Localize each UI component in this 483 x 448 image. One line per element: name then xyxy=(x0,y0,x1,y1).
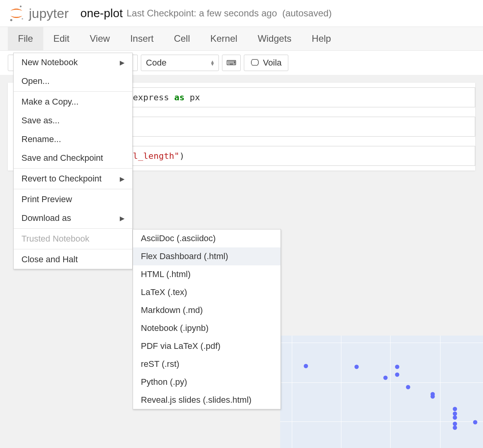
jupyter-logo-icon xyxy=(8,5,25,22)
menu-open[interactable]: Open... xyxy=(14,72,132,91)
chevron-right-icon: ▶ xyxy=(120,59,124,66)
chevron-right-icon: ▶ xyxy=(120,215,124,222)
download-option[interactable]: AsciiDoc (.asciidoc) xyxy=(133,229,281,247)
download-option[interactable]: HTML (.html) xyxy=(133,265,281,283)
select-arrows-icon: ▴▾ xyxy=(211,60,214,66)
menu-make-copy[interactable]: Make a Copy... xyxy=(14,92,132,111)
scatter-point xyxy=(395,373,400,377)
scatter-point xyxy=(406,385,410,389)
chart-grid xyxy=(280,336,483,448)
svg-point-1 xyxy=(10,19,12,21)
menu-separator xyxy=(14,91,132,92)
menu-file[interactable]: File xyxy=(8,27,43,50)
menu-revert-checkpoint[interactable]: Revert to Checkpoint▶ xyxy=(14,169,132,188)
download-option[interactable]: Markdown (.md) xyxy=(133,301,281,319)
menu-download-as[interactable]: Download as▶ xyxy=(14,209,132,228)
logo-text: jupyter xyxy=(29,6,69,21)
menu-edit[interactable]: Edit xyxy=(43,27,80,50)
cell-type-value: Code xyxy=(146,58,167,68)
download-option[interactable]: reST (.rst) xyxy=(133,355,281,373)
monitor-icon: 🖵 xyxy=(250,58,259,68)
header: jupyter one-plot Last Checkpoint: a few … xyxy=(0,0,483,27)
scatter-point xyxy=(395,365,400,369)
scatter-point xyxy=(453,426,457,430)
download-as-submenu: AsciiDoc (.asciidoc)Flex Dashboard (.htm… xyxy=(133,229,281,409)
command-palette-button[interactable]: ⌨ xyxy=(222,55,241,71)
menu-trusted-notebook: Trusted Notebook xyxy=(14,229,132,248)
scatter-point xyxy=(473,420,478,425)
grid-line xyxy=(440,336,440,448)
download-option[interactable]: PDF via LaTeX (.pdf) xyxy=(133,337,281,355)
scatter-point xyxy=(431,395,435,399)
menu-rename[interactable]: Rename... xyxy=(14,130,132,149)
grid-line xyxy=(280,382,483,383)
menubar: File Edit View Insert Cell Kernel Widget… xyxy=(0,27,483,51)
grid-line xyxy=(280,421,483,422)
voila-button[interactable]: 🖵 Voila xyxy=(244,55,288,71)
keyboard-icon: ⌨ xyxy=(226,59,236,67)
voila-label: Voila xyxy=(263,58,282,68)
download-option[interactable]: LaTeX (.tex) xyxy=(133,283,281,301)
scatter-point xyxy=(304,364,308,368)
grid-line xyxy=(341,336,341,448)
chevron-right-icon: ▶ xyxy=(120,175,124,183)
grid-line xyxy=(390,336,391,448)
jupyter-logo: jupyter xyxy=(8,5,69,22)
checkpoint-info: Last Checkpoint: a few seconds ago (auto… xyxy=(126,8,332,19)
scatter-point xyxy=(453,416,457,420)
plot-output xyxy=(280,336,483,448)
download-option[interactable]: Reveal.js slides (.slides.html) xyxy=(133,391,281,409)
scatter-point xyxy=(453,407,457,411)
download-option[interactable]: Notebook (.ipynb) xyxy=(133,319,281,337)
menu-save-checkpoint[interactable]: Save and Checkpoint xyxy=(14,149,132,167)
menu-insert[interactable]: Insert xyxy=(120,27,164,50)
download-option[interactable]: Flex Dashboard (.html) xyxy=(133,247,281,265)
file-dropdown: New Notebook▶ Open... Make a Copy... Sav… xyxy=(13,53,133,269)
menu-separator xyxy=(14,249,132,249)
menu-print-preview[interactable]: Print Preview xyxy=(14,190,132,209)
menu-save-as[interactable]: Save as... xyxy=(14,111,132,130)
svg-point-0 xyxy=(20,5,21,7)
menu-separator xyxy=(14,168,132,169)
menu-new-notebook[interactable]: New Notebook▶ xyxy=(14,53,132,72)
scatter-point xyxy=(384,376,388,380)
grid-line xyxy=(292,336,292,448)
menu-view[interactable]: View xyxy=(80,27,120,50)
notebook-title[interactable]: one-plot xyxy=(80,7,123,20)
cell-type-select[interactable]: Code ▴▾ xyxy=(141,55,219,71)
menu-help[interactable]: Help xyxy=(302,27,341,50)
grid-line xyxy=(280,343,483,343)
menu-separator xyxy=(14,189,132,189)
scatter-point xyxy=(355,365,359,369)
download-option[interactable]: Python (.py) xyxy=(133,373,281,391)
menu-separator xyxy=(14,228,132,229)
menu-widgets[interactable]: Widgets xyxy=(247,27,302,50)
menu-close-halt[interactable]: Close and Halt xyxy=(14,250,132,269)
menu-cell[interactable]: Cell xyxy=(164,27,200,50)
menu-kernel[interactable]: Kernel xyxy=(200,27,247,50)
svg-point-2 xyxy=(22,18,23,20)
